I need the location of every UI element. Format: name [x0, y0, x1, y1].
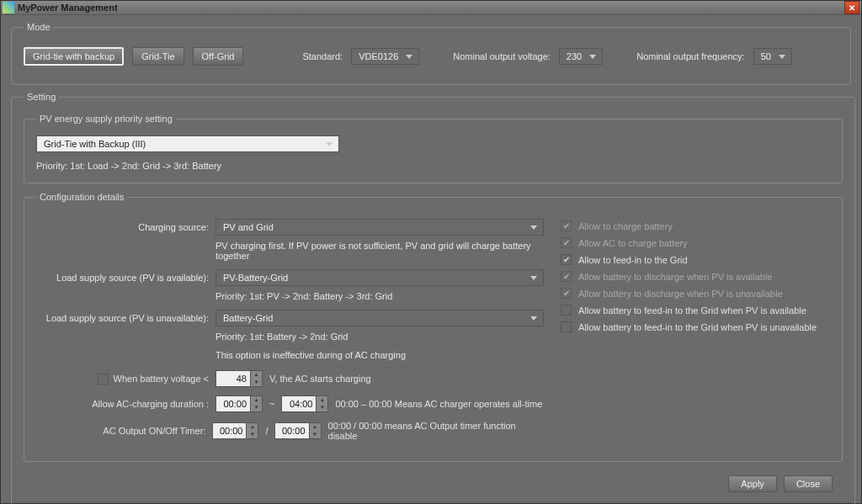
- pv-priority-section: PV energy supply priority setting Grid-T…: [24, 114, 843, 183]
- allow-ac-charge-label: Allow AC to charge battery: [578, 238, 688, 248]
- setting-section: Setting PV energy supply priority settin…: [11, 92, 855, 504]
- pv-priority-text: Priority: 1st: Load -> 2nd: Grid -> 3rd:…: [36, 161, 830, 171]
- allow-feed-pv-unavail-label: Allow battery to feed-in to the Grid whe…: [578, 322, 817, 332]
- slash: /: [265, 426, 268, 436]
- charging-source-value: PV and Grid: [223, 222, 274, 232]
- load-unavailable-value: Battery-Grid: [223, 313, 273, 323]
- standard-value: VDE0126: [359, 51, 398, 61]
- mode-grid-tie-button[interactable]: Grid-Tie: [132, 47, 184, 66]
- close-button[interactable]: Close: [784, 475, 833, 492]
- allow-feed-grid-checkbox[interactable]: [561, 254, 572, 265]
- mode-grid-tie-backup-button[interactable]: Grid-tie with backup: [24, 47, 124, 66]
- chevron-down-icon: [587, 50, 599, 62]
- load-unavailable-label: Load supply source (PV is unavailable):: [36, 313, 209, 323]
- mode-legend: Mode: [24, 22, 54, 32]
- pv-priority-select[interactable]: Grid-Tie with Backup (III): [36, 135, 339, 152]
- allow-feed-pv-unavail-checkbox[interactable]: [561, 321, 572, 332]
- chevron-down-icon: [403, 50, 415, 62]
- config-legend: Configuration details: [36, 192, 127, 202]
- voltage-value: 230: [567, 51, 582, 61]
- chevron-down-icon: [776, 50, 788, 62]
- load-available-value: PV-Battery-Grid: [223, 273, 288, 283]
- allow-feed-grid-label: Allow to feed-in to the Grid: [578, 255, 688, 265]
- standard-select[interactable]: VDE0126: [351, 48, 419, 65]
- timer-note: 00:00 / 00:00 means AC Output timer func…: [328, 421, 544, 441]
- timer-off-input[interactable]: 00:00 ▲▼: [274, 422, 321, 439]
- load-unavailable-note2: This option is ineffective during of AC …: [216, 350, 544, 360]
- allow-feed-pv-avail-label: Allow battery to feed-in to the Grid whe…: [578, 305, 806, 316]
- timer-on-input[interactable]: 00:00 ▲▼: [212, 422, 258, 439]
- chevron-down-icon: [528, 221, 540, 233]
- load-unavailable-select[interactable]: Battery-Grid: [216, 310, 544, 326]
- charging-source-select[interactable]: PV and Grid: [216, 219, 544, 236]
- load-available-label: Load supply source (PV is available):: [36, 273, 209, 283]
- checkbox-column: Allow to charge battery Allow AC to char…: [561, 219, 830, 449]
- allow-ac-charge-checkbox: [561, 237, 572, 248]
- frequency-select[interactable]: 50: [753, 48, 792, 65]
- allow-charge-checkbox: [561, 220, 572, 231]
- load-unavailable-note1: Priority: 1st: Battery -> 2nd: Grid: [216, 332, 544, 342]
- ac-charge-from-input[interactable]: 00:00 ▲▼: [216, 395, 263, 412]
- chevron-down-icon: [528, 272, 540, 284]
- apply-button[interactable]: Apply: [728, 475, 777, 492]
- load-available-note: Priority: 1st: PV -> 2nd: Battery -> 3rd…: [216, 291, 544, 301]
- footer: Apply Close: [24, 470, 843, 501]
- allow-discharge-pv-unavail-checkbox: [561, 288, 572, 299]
- close-icon[interactable]: ✕: [844, 1, 859, 14]
- ac-charge-note: 00:00 – 00:00 Means AC charger operates …: [335, 399, 542, 409]
- load-available-select[interactable]: PV-Battery-Grid: [216, 269, 544, 286]
- titlebar: MyPower Management ✕: [1, 1, 861, 15]
- batt-voltage-input[interactable]: 48 ▲▼: [216, 370, 263, 387]
- charging-source-label: Charging source:: [36, 222, 209, 232]
- allow-discharge-pv-avail-label: Allow battery to discharge when PV is av…: [578, 272, 773, 282]
- voltage-select[interactable]: 230: [559, 48, 603, 65]
- pv-priority-legend: PV energy supply priority setting: [36, 114, 176, 124]
- tilde: ~: [269, 399, 274, 409]
- pv-priority-value: Grid-Tie with Backup (III): [44, 139, 146, 149]
- chevron-down-icon: [323, 138, 335, 150]
- mode-section: Mode Grid-tie with backup Grid-Tie Off-G…: [11, 22, 851, 85]
- window-title: MyPower Management: [18, 3, 118, 13]
- app-window: MyPower Management ✕ Mode Grid-tie with …: [0, 0, 862, 504]
- frequency-label: Nominal output frequency:: [636, 51, 744, 61]
- frequency-value: 50: [761, 51, 771, 61]
- charging-source-note: PV charging first. If PV power is not su…: [216, 241, 544, 261]
- allow-feed-pv-avail-checkbox[interactable]: [561, 305, 572, 316]
- allow-discharge-pv-unavail-label: Allow battery to discharge when PV is un…: [578, 289, 783, 299]
- app-icon: [3, 2, 14, 13]
- content: Mode Grid-tie with backup Grid-Tie Off-G…: [1, 15, 861, 504]
- allow-charge-label: Allow to charge battery: [578, 221, 673, 231]
- mode-row: Grid-tie with backup Grid-Tie Off-Grid S…: [24, 44, 838, 72]
- batt-voltage-suffix: V, the AC starts charging: [269, 374, 371, 384]
- setting-legend: Setting: [24, 92, 59, 102]
- ac-charge-to-input[interactable]: 04:00 ▲▼: [281, 395, 328, 412]
- allow-discharge-pv-avail-checkbox: [561, 271, 572, 282]
- when-battery-voltage-checkbox[interactable]: [98, 374, 109, 385]
- batt-voltage-prefix: When battery voltage <: [114, 374, 209, 384]
- ac-charge-label: Allow AC-charging duration :: [36, 399, 209, 409]
- voltage-label: Nominal output voltage:: [453, 51, 551, 61]
- config-section: Configuration details Charging source: P…: [24, 192, 843, 462]
- mode-off-grid-button[interactable]: Off-Grid: [193, 47, 244, 66]
- standard-label: Standard:: [302, 51, 343, 61]
- chevron-down-icon: [528, 312, 540, 324]
- timer-label: AC Output ON/Off Timer:: [36, 426, 205, 436]
